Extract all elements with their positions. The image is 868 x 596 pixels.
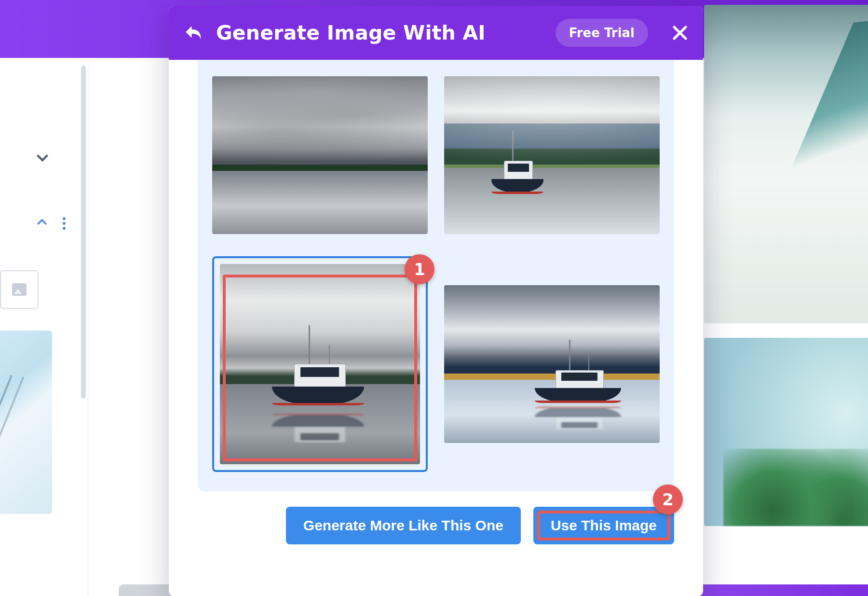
annotation-badge-2: 2	[653, 485, 683, 514]
use-image-wrap: Use This Image 2	[533, 507, 674, 544]
result-image-1[interactable]	[212, 76, 428, 234]
boat-cabin-icon	[294, 364, 346, 389]
chevron-up-icon[interactable]	[35, 215, 49, 230]
boat-mast-icon	[309, 325, 310, 367]
modal-title: Generate Image With AI	[216, 21, 543, 44]
boat-hull-icon	[491, 179, 543, 193]
generate-more-wrap: Generate More Like This One	[286, 507, 521, 544]
boat-hull-icon	[535, 388, 621, 402]
boat-hull-icon	[272, 387, 364, 404]
annotation-badge-1: 1	[405, 254, 434, 284]
result-image-2[interactable]	[444, 76, 660, 234]
left-sidebar	[0, 58, 88, 596]
image-icon	[12, 283, 27, 296]
close-icon[interactable]	[671, 24, 689, 42]
sidebar-preview-image[interactable]	[0, 331, 52, 514]
more-options-icon[interactable]	[60, 215, 68, 230]
chevron-down-icon[interactable]	[34, 149, 51, 166]
result-image-3[interactable]	[220, 264, 420, 464]
result-cell-3: 1	[212, 256, 428, 472]
selected-frame	[212, 256, 428, 472]
boat-mast-icon	[569, 340, 570, 373]
sidebar-scrollbar[interactable]	[81, 66, 86, 399]
result-image-4[interactable]	[444, 285, 660, 443]
boat-cabin-icon	[504, 161, 533, 180]
free-trial-badge[interactable]: Free Trial	[556, 19, 648, 47]
image-placeholder-thumb[interactable]	[0, 270, 39, 309]
result-cell-4	[444, 285, 660, 443]
ai-image-modal: Generate Image With AI Free Trial	[169, 6, 703, 596]
modal-header: Generate Image With AI Free Trial	[169, 6, 703, 60]
gallery-image-right-1[interactable]	[704, 5, 868, 323]
modal-body: 1	[169, 60, 703, 596]
gallery-image-right-2[interactable]	[704, 338, 868, 526]
modal-actions: Generate More Like This One Use This Ima…	[169, 491, 703, 544]
results-panel: 1	[198, 60, 674, 491]
results-grid: 1	[212, 76, 660, 472]
boat-mast-icon	[512, 131, 514, 164]
generate-more-button[interactable]: Generate More Like This One	[286, 507, 521, 544]
use-this-image-button[interactable]: Use This Image	[533, 507, 674, 544]
result-cell-2	[444, 76, 660, 234]
back-icon[interactable]	[183, 23, 203, 43]
result-cell-1	[212, 76, 428, 234]
boat-cabin-icon	[556, 370, 604, 390]
